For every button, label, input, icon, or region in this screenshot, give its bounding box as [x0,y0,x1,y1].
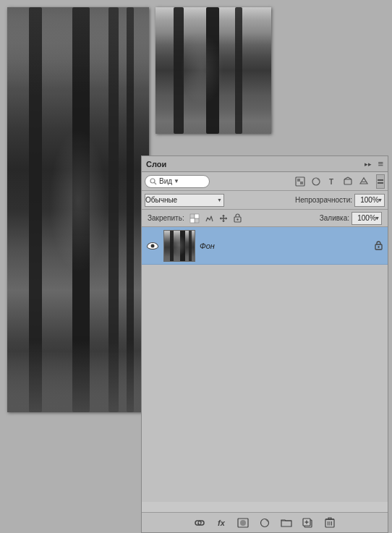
blend-mode-wrapper[interactable]: Обычные [145,194,224,207]
forest-photo-small [155,7,271,134]
filter-icons: T [294,175,370,188]
panel-header-icons: ▸▸ ≡ [365,158,383,169]
fx-label: fx [218,519,225,527]
add-mask-btn[interactable] [235,515,251,531]
svg-rect-7 [344,179,351,184]
layer-visibility-btn[interactable] [146,239,159,252]
link-layers-btn[interactable] [192,515,208,531]
layer-name: Фон [200,242,369,250]
panel-header: Слои ▸▸ ≡ [142,156,388,172]
svg-text:T: T [329,178,333,186]
filter-smart-icon[interactable] [357,175,370,188]
layer-item-background[interactable]: Фон [142,227,388,265]
svg-rect-12 [378,182,383,184]
blend-mode-select[interactable]: Обычные [145,194,224,207]
svg-rect-13 [190,214,195,218]
panel-menu-icon[interactable]: ≡ [378,158,383,169]
empty-layers-area [142,265,388,502]
svg-rect-16 [190,218,195,223]
search-icon [150,178,157,185]
add-fx-btn[interactable]: fx [213,515,229,531]
eye-icon [147,242,158,250]
filter-label: Вид [159,177,172,185]
fill-input[interactable] [351,212,382,225]
fill-group: Заливка: ▼ [320,212,382,225]
fill-wrapper[interactable]: ▼ [351,212,382,225]
svg-point-20 [378,246,379,247]
filter-pixel-icon[interactable] [294,175,307,188]
svg-point-0 [150,179,155,183]
thumbnail-forest [164,231,195,261]
delete-layer-btn[interactable] [322,515,338,531]
svg-rect-14 [195,218,199,223]
lock-bar: Закрепить: [142,210,388,227]
svg-rect-15 [195,214,199,218]
blend-bar: Обычные Непрозрачности: ▼ [142,191,388,210]
opacity-group: Непрозрачности: ▼ [295,194,385,207]
panel-title: Слои [146,160,166,169]
lock-icons [189,213,244,224]
filter-search-box[interactable]: Вид ▼ [145,175,210,188]
small-canvas [155,7,271,134]
lock-move-btn[interactable] [218,213,229,224]
lock-transparent-btn[interactable] [189,213,200,224]
filter-adjust-icon[interactable] [310,175,323,188]
lock-paint-btn[interactable] [203,213,215,224]
filter-bar: Вид ▼ T [142,172,388,191]
panel-expand-icon[interactable]: ▸▸ [365,161,372,168]
forest-photo [7,7,149,412]
add-group-btn[interactable] [278,515,294,531]
link-icon [194,518,205,528]
layer-thumbnail [163,230,195,262]
opacity-label: Непрозрачности: [295,196,352,204]
svg-line-1 [155,182,157,184]
folder-icon [281,518,292,528]
new-layer-icon [302,518,314,528]
lock-label: Закрепить: [148,214,184,222]
svg-rect-3 [297,179,300,182]
filter-toggle[interactable] [376,174,385,189]
layers-content: Фон [142,227,388,502]
add-adjustment-btn[interactable] [257,515,273,531]
svg-rect-11 [378,179,383,181]
fill-label: Заливка: [320,214,349,222]
layers-panel: Слои ▸▸ ≡ Вид ▼ [141,155,388,533]
svg-point-22 [240,520,246,526]
filter-text-icon[interactable]: T [325,175,338,188]
main-canvas [7,7,149,412]
svg-point-18 [237,218,238,220]
delete-icon [325,517,335,528]
new-layer-btn[interactable] [300,515,316,531]
adjustment-icon [259,518,270,528]
opacity-input[interactable] [354,194,385,207]
mask-icon [237,518,249,528]
layer-lock-icon [373,241,383,251]
lock-all-btn[interactable] [232,213,244,224]
opacity-wrapper[interactable]: ▼ [354,194,385,207]
filter-shape-icon[interactable] [341,175,354,188]
filter-dropdown-arrow[interactable]: ▼ [174,178,179,184]
svg-rect-4 [300,182,303,184]
toggle-icon [378,179,383,184]
bottom-toolbar: fx [142,512,388,532]
